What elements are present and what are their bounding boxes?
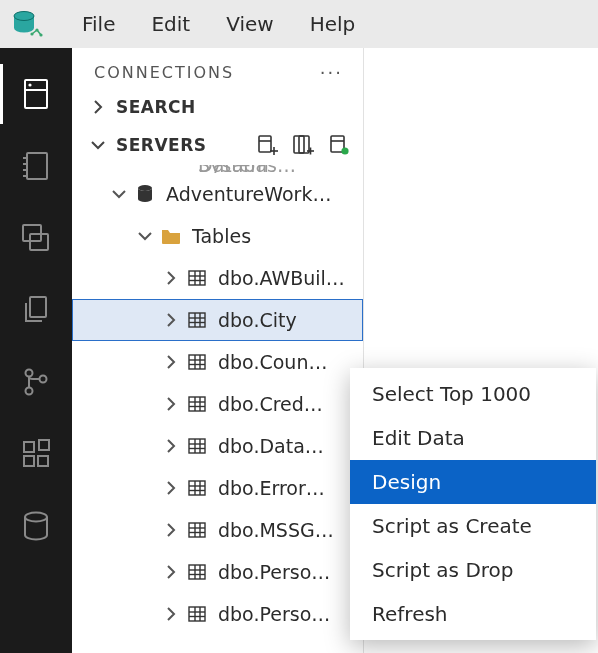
chevron-right-icon <box>160 354 182 370</box>
svg-rect-20 <box>24 456 34 466</box>
svg-rect-51 <box>189 397 205 411</box>
ctx-script-as-drop[interactable]: Script as Drop <box>350 548 596 592</box>
chevron-down-icon <box>134 228 156 244</box>
tree-label: dbo.Error… <box>218 477 325 499</box>
menu-edit[interactable]: Edit <box>133 8 208 40</box>
tree-label: AdventureWork… <box>166 183 331 205</box>
new-connection-icon[interactable] <box>255 133 279 157</box>
panel-header: CONNECTIONS ··· <box>72 48 363 89</box>
table-icon <box>184 436 210 456</box>
server-status-icon[interactable] <box>327 133 351 157</box>
activity-copy[interactable] <box>0 274 72 346</box>
menubar: File Edit View Help <box>0 0 598 48</box>
folder-icon <box>158 225 184 247</box>
tree-label: dbo.Cred… <box>218 393 323 415</box>
chevron-right-icon <box>160 564 182 580</box>
app-logo-icon <box>10 6 46 42</box>
tree-node-database[interactable]: AdventureWork… <box>72 173 363 215</box>
svg-rect-46 <box>189 355 205 369</box>
ctx-design[interactable]: Design <box>350 460 596 504</box>
chevron-down-icon <box>108 186 130 202</box>
menu-help[interactable]: Help <box>292 8 374 40</box>
menu-view[interactable]: View <box>208 8 291 40</box>
panel-title: CONNECTIONS <box>94 63 234 82</box>
tree-node-table[interactable]: dbo.Perso… <box>72 593 363 635</box>
section-servers[interactable]: SERVERS <box>72 125 363 165</box>
svg-rect-21 <box>38 456 48 466</box>
table-icon <box>184 310 210 330</box>
svg-point-35 <box>138 185 152 191</box>
panel-more-icon[interactable]: ··· <box>320 62 343 83</box>
activity-windows[interactable] <box>0 202 72 274</box>
chevron-right-icon <box>160 396 182 412</box>
chevron-down-icon <box>90 137 106 153</box>
menu-file[interactable]: File <box>64 8 133 40</box>
table-context-menu: Select Top 1000 Edit Data Design Script … <box>350 368 596 640</box>
svg-point-34 <box>341 147 348 154</box>
tree-node-folder-tables[interactable]: Tables <box>72 215 363 257</box>
tree-label: dbo.Data… <box>218 435 324 457</box>
chevron-right-icon <box>160 312 182 328</box>
tree-node-table[interactable]: dbo.Coun… <box>72 341 363 383</box>
svg-rect-76 <box>189 607 205 621</box>
section-search[interactable]: SEARCH <box>72 89 363 125</box>
svg-rect-15 <box>30 297 46 317</box>
tree-truncated-row: System Databas… <box>72 165 363 173</box>
tree-label: dbo.City <box>218 309 297 331</box>
table-icon <box>184 268 210 288</box>
activity-connections[interactable] <box>0 58 72 130</box>
activity-database[interactable] <box>0 490 72 562</box>
tree-label: dbo.Coun… <box>218 351 327 373</box>
tree-node-table[interactable]: dbo.Cred… <box>72 383 363 425</box>
svg-point-18 <box>40 376 47 383</box>
servers-toolbar <box>255 133 351 157</box>
svg-rect-36 <box>189 271 205 285</box>
svg-point-16 <box>26 370 33 377</box>
table-icon <box>184 520 210 540</box>
svg-rect-8 <box>27 153 47 179</box>
table-icon <box>184 562 210 582</box>
svg-rect-61 <box>189 481 205 495</box>
tree-node-table[interactable]: dbo.Error… <box>72 467 363 509</box>
tree-label: dbo.AWBuil… <box>218 267 345 289</box>
svg-rect-71 <box>189 565 205 579</box>
chevron-right-icon <box>90 99 106 115</box>
tree-label: Tables <box>192 225 251 247</box>
chevron-right-icon <box>160 270 182 286</box>
svg-rect-22 <box>39 440 49 450</box>
tree-node-table[interactable]: dbo.AWBuil… <box>72 257 363 299</box>
section-search-label: SEARCH <box>116 97 196 117</box>
activity-bar <box>0 48 72 653</box>
activity-source-control[interactable] <box>0 346 72 418</box>
activity-extensions[interactable] <box>0 418 72 490</box>
svg-rect-19 <box>24 442 34 452</box>
new-query-icon[interactable] <box>291 133 315 157</box>
svg-point-7 <box>28 83 31 86</box>
database-icon <box>132 183 158 205</box>
activity-notebook[interactable] <box>0 130 72 202</box>
tree-label: dbo.Perso… <box>218 561 330 583</box>
table-icon <box>184 604 210 624</box>
tree-label: dbo.Perso… <box>218 603 330 625</box>
ctx-refresh[interactable]: Refresh <box>350 592 596 636</box>
svg-point-23 <box>25 513 47 522</box>
svg-rect-24 <box>259 136 271 152</box>
tree-node-table[interactable]: dbo.Data… <box>72 425 363 467</box>
tree-node-table[interactable]: dbo.City <box>72 299 363 341</box>
tree-node-table[interactable]: dbo.MSSG… <box>72 509 363 551</box>
servers-tree: System Databas… AdventureWork… Tables db… <box>72 165 363 653</box>
chevron-right-icon <box>160 522 182 538</box>
tree-label: dbo.MSSG… <box>218 519 334 541</box>
table-icon <box>184 352 210 372</box>
tree-node-table[interactable]: dbo.Perso… <box>72 551 363 593</box>
ctx-edit-data[interactable]: Edit Data <box>350 416 596 460</box>
chevron-right-icon <box>160 480 182 496</box>
svg-rect-41 <box>189 313 205 327</box>
ctx-select-top-1000[interactable]: Select Top 1000 <box>350 372 596 416</box>
chevron-right-icon <box>160 606 182 622</box>
svg-point-17 <box>26 388 33 395</box>
svg-rect-66 <box>189 523 205 537</box>
table-icon <box>184 478 210 498</box>
table-icon <box>184 394 210 414</box>
ctx-script-as-create[interactable]: Script as Create <box>350 504 596 548</box>
